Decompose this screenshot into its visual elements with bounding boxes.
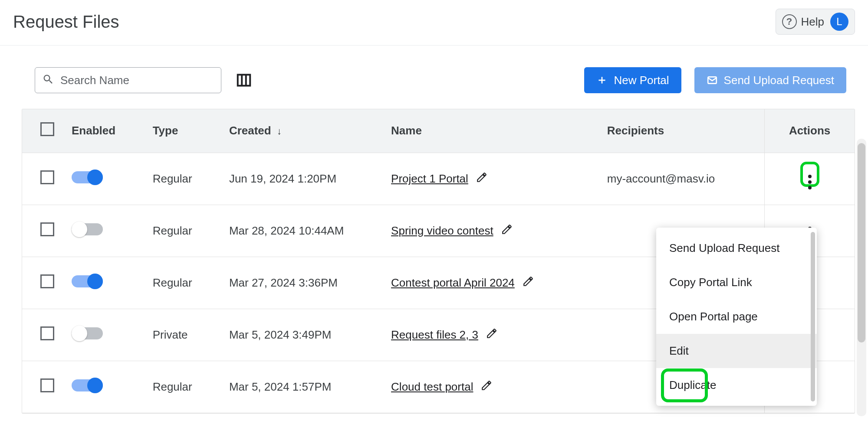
- svg-rect-0: [238, 75, 250, 85]
- send-upload-request-label: Send Upload Request: [724, 74, 834, 87]
- search-input[interactable]: [60, 74, 214, 87]
- page-header: Request Files ? Help L: [0, 0, 868, 46]
- enabled-toggle[interactable]: [72, 222, 103, 237]
- portal-name-link[interactable]: Project 1 Portal: [391, 172, 468, 186]
- select-all-checkbox[interactable]: [40, 122, 54, 136]
- row-checkbox[interactable]: [40, 378, 54, 392]
- edit-name-icon[interactable]: [523, 276, 534, 290]
- portal-name-link[interactable]: Spring video contest: [391, 224, 493, 238]
- created-cell: Mar 5, 2024 1:57PM: [229, 361, 391, 413]
- recipients-cell: my-account@masv.io: [607, 153, 765, 205]
- row-checkbox[interactable]: [40, 170, 54, 184]
- help-label: Help: [801, 15, 824, 29]
- avatar[interactable]: L: [830, 13, 848, 31]
- menu-item-copy-portal-link[interactable]: Copy Portal Link: [656, 265, 817, 300]
- created-cell: Mar 28, 2024 10:44AM: [229, 205, 391, 257]
- type-cell: Regular: [153, 361, 229, 413]
- header-created[interactable]: Created ↓: [229, 109, 391, 153]
- enabled-toggle[interactable]: [72, 170, 103, 185]
- help-button[interactable]: ? Help: [782, 14, 824, 29]
- table-header-row: Enabled Type Created ↓ Name Recipients A…: [22, 109, 855, 153]
- table-row: Regular Jun 19, 2024 1:20PM Project 1 Po…: [22, 153, 855, 205]
- page-title: Request Files: [13, 12, 119, 32]
- edit-name-icon[interactable]: [486, 328, 497, 342]
- row-actions-button[interactable]: [800, 162, 819, 187]
- send-upload-request-button[interactable]: Send Upload Request: [694, 67, 846, 93]
- type-cell: Private: [153, 309, 229, 361]
- help-icon: ?: [782, 14, 797, 29]
- search-box[interactable]: [35, 67, 221, 93]
- menu-item-send-upload-request[interactable]: Send Upload Request: [656, 231, 817, 265]
- edit-name-icon[interactable]: [476, 172, 487, 186]
- header-right-group: ? Help L: [776, 9, 855, 35]
- edit-name-icon[interactable]: [481, 380, 492, 394]
- toolbar: New Portal Send Upload Request: [0, 46, 868, 109]
- created-cell: Mar 5, 2024 3:49PM: [229, 309, 391, 361]
- row-checkbox[interactable]: [40, 222, 54, 236]
- portal-name-link[interactable]: Cloud test portal: [391, 380, 473, 394]
- enabled-toggle[interactable]: [72, 326, 103, 341]
- menu-item-duplicate[interactable]: Duplicate: [656, 368, 817, 402]
- created-cell: Jun 19, 2024 1:20PM: [229, 153, 391, 205]
- header-type[interactable]: Type: [153, 109, 229, 153]
- new-portal-label: New Portal: [614, 74, 669, 87]
- search-icon: [42, 73, 54, 87]
- plus-icon: [596, 75, 608, 86]
- type-cell: Regular: [153, 205, 229, 257]
- columns-button[interactable]: [234, 71, 253, 90]
- header-actions: Actions: [765, 109, 855, 153]
- table-scrollbar[interactable]: [858, 143, 865, 342]
- row-checkbox[interactable]: [40, 326, 54, 340]
- row-actions-menu: Send Upload Request Copy Portal Link Ope…: [656, 228, 817, 406]
- row-checkbox[interactable]: [40, 274, 54, 288]
- menu-item-open-portal-page[interactable]: Open Portal page: [656, 300, 817, 334]
- menu-item-edit[interactable]: Edit: [656, 334, 817, 368]
- enabled-toggle[interactable]: [72, 274, 103, 289]
- header-checkbox-cell: [22, 109, 72, 153]
- portal-name-link[interactable]: Contest portal April 2024: [391, 276, 515, 290]
- menu-scrollbar[interactable]: [811, 232, 815, 401]
- new-portal-button[interactable]: New Portal: [584, 67, 681, 93]
- header-recipients[interactable]: Recipients: [607, 109, 765, 153]
- mail-icon: [707, 75, 718, 86]
- enabled-toggle[interactable]: [72, 378, 103, 393]
- header-name[interactable]: Name: [391, 109, 607, 153]
- header-enabled[interactable]: Enabled: [72, 109, 153, 153]
- type-cell: Regular: [153, 257, 229, 309]
- created-cell: Mar 27, 2024 3:36PM: [229, 257, 391, 309]
- sort-desc-icon: ↓: [277, 126, 282, 137]
- portal-name-link[interactable]: Request files 2, 3: [391, 328, 478, 342]
- type-cell: Regular: [153, 153, 229, 205]
- edit-name-icon[interactable]: [501, 224, 513, 238]
